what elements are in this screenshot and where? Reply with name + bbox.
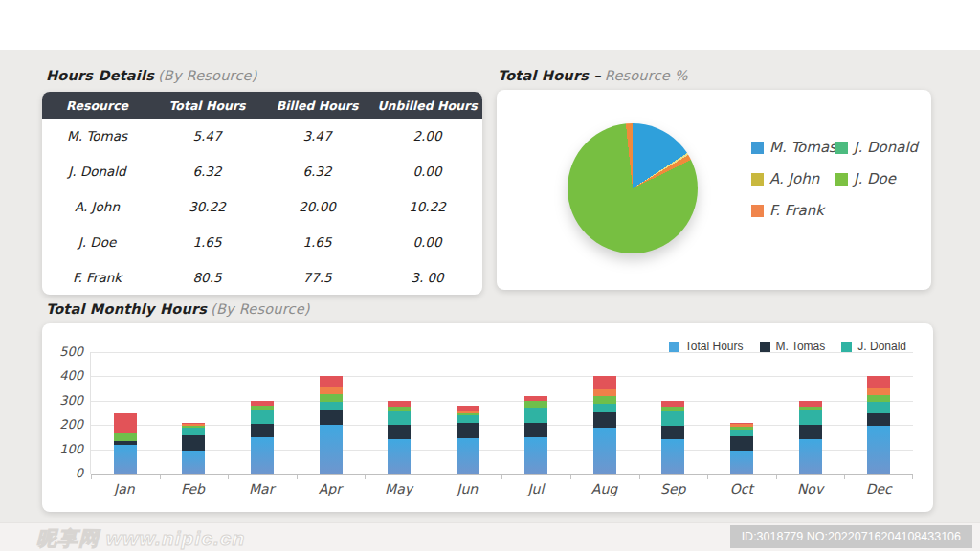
y-axis-label: 200 bbox=[47, 417, 83, 431]
column-header: Unbilled Hours bbox=[372, 92, 482, 119]
bar-segment bbox=[388, 425, 411, 438]
pie-legend-item[interactable]: J. Donald bbox=[835, 138, 941, 157]
top-white-band bbox=[0, 0, 980, 50]
pie-legend-item[interactable]: J. Doe bbox=[835, 169, 941, 188]
pie-chart[interactable] bbox=[568, 123, 698, 253]
pie-legend-item[interactable]: M. Tomas bbox=[751, 138, 835, 157]
table-row[interactable]: F. Frank80.577.53. 00 bbox=[42, 259, 482, 295]
stacked-bar[interactable] bbox=[799, 401, 822, 474]
stacked-bar[interactable] bbox=[661, 401, 684, 474]
bar-segment bbox=[114, 433, 137, 441]
bar-legend-item[interactable]: Total Hours bbox=[669, 340, 744, 353]
bar-chart-legend: Total HoursM. TomasJ. Donald bbox=[669, 340, 906, 353]
x-axis-label: Feb bbox=[159, 481, 228, 496]
x-axis-label: Jun bbox=[433, 481, 501, 496]
pie-legend: M. TomasJ. DonaldA. JohnJ. DoeF. Frank bbox=[751, 138, 941, 220]
bar-segment bbox=[867, 426, 890, 474]
pie-title-text: Total Hours – bbox=[498, 68, 601, 83]
pie-legend-label: A. John bbox=[769, 170, 819, 187]
bar-segment bbox=[320, 387, 343, 395]
stacked-bar[interactable] bbox=[182, 423, 205, 474]
table-cell: 10.22 bbox=[372, 189, 482, 225]
table-cell: 3.47 bbox=[262, 119, 372, 154]
bar-segment bbox=[182, 428, 205, 435]
x-axis-label: Sep bbox=[638, 481, 707, 496]
stacked-bar[interactable] bbox=[524, 396, 547, 474]
pie-legend-item[interactable]: A. John bbox=[751, 169, 835, 188]
legend-swatch-icon bbox=[751, 173, 764, 186]
y-axis-label: 500 bbox=[47, 344, 83, 359]
table-cell: 6.32 bbox=[152, 154, 262, 189]
bar-column bbox=[570, 352, 639, 474]
stacked-bar[interactable] bbox=[457, 406, 479, 474]
bar-column bbox=[434, 352, 502, 474]
stacked-bar[interactable] bbox=[730, 423, 753, 474]
bar-legend-item[interactable]: M. Tomas bbox=[760, 340, 826, 353]
bar-segment bbox=[457, 423, 479, 438]
bar-legend-item[interactable]: J. Donald bbox=[841, 340, 906, 353]
stacked-bar[interactable] bbox=[388, 401, 411, 474]
table-row[interactable]: J. Donald6.326.320.00 bbox=[42, 154, 482, 189]
legend-swatch-icon bbox=[751, 142, 764, 154]
bar-segment bbox=[251, 410, 274, 424]
table-cell: 2.00 bbox=[372, 119, 482, 154]
x-axis-label: Oct bbox=[707, 481, 776, 496]
monthly-subtitle: (By Resource) bbox=[211, 301, 310, 317]
bar-chart-cells bbox=[91, 352, 913, 474]
table-cell: 30.22 bbox=[152, 189, 262, 225]
table-cell: F. Frank bbox=[42, 259, 152, 295]
x-axis-label: Dec bbox=[844, 481, 913, 496]
bar-segment bbox=[867, 388, 890, 395]
stacked-bar[interactable] bbox=[320, 376, 343, 474]
pie-legend-label: F. Frank bbox=[769, 202, 824, 219]
pie-legend-label: J. Donald bbox=[854, 139, 918, 156]
monthly-title-text: Total Monthly Hours bbox=[46, 301, 207, 317]
stacked-bar[interactable] bbox=[593, 376, 616, 474]
table-row[interactable]: A. John30.2220.0010.22 bbox=[42, 189, 482, 225]
bar-segment bbox=[730, 451, 753, 474]
table-row[interactable]: J. Doe1.651.650.00 bbox=[42, 224, 482, 259]
dashboard-page: Hours Details(By Resource) ResourceTotal… bbox=[0, 0, 980, 551]
pie-legend-item[interactable]: F. Frank bbox=[751, 201, 835, 220]
stacked-bar[interactable] bbox=[114, 413, 137, 474]
table-cell: 20.00 bbox=[262, 189, 372, 225]
y-axis-label: 400 bbox=[47, 368, 83, 383]
pie-title: Total Hours –Resource % bbox=[498, 68, 688, 83]
pie-legend-label: M. Tomas bbox=[769, 139, 836, 156]
bar-segment bbox=[320, 376, 343, 386]
bar-segment bbox=[524, 437, 547, 474]
table-cell: A. John bbox=[42, 189, 152, 225]
monthly-title: Total Monthly Hours(By Resource) bbox=[46, 301, 310, 317]
hours-table-card: ResourceTotal HoursBilled HoursUnbilled … bbox=[42, 92, 482, 295]
bar-segment bbox=[320, 394, 343, 402]
bar-column bbox=[91, 352, 160, 474]
bar-segment bbox=[320, 402, 343, 410]
bar-chart-card: Total HoursM. TomasJ. Donald 01002003004… bbox=[42, 323, 933, 512]
y-axis-label: 100 bbox=[47, 442, 83, 456]
stacked-bar[interactable] bbox=[867, 376, 890, 474]
legend-swatch-icon bbox=[751, 205, 764, 217]
table-row[interactable]: M. Tomas5.473.472.00 bbox=[42, 119, 482, 154]
hours-table: ResourceTotal HoursBilled HoursUnbilled … bbox=[42, 92, 482, 295]
bar-column bbox=[160, 352, 229, 474]
hours-table-header: ResourceTotal HoursBilled HoursUnbilled … bbox=[42, 92, 482, 119]
bar-segment bbox=[593, 428, 616, 474]
bar-segment bbox=[388, 439, 411, 474]
x-axis-label: Jan bbox=[90, 481, 159, 496]
bar-column bbox=[844, 352, 913, 474]
bar-segment bbox=[661, 426, 684, 439]
bar-segment bbox=[251, 437, 274, 474]
bar-segment bbox=[524, 408, 547, 423]
stacked-bar[interactable] bbox=[251, 401, 274, 474]
hours-table-body: M. Tomas5.473.472.00J. Donald6.326.320.0… bbox=[42, 119, 482, 295]
gridline bbox=[91, 425, 913, 426]
table-cell: 6.32 bbox=[262, 154, 372, 189]
bar-segment bbox=[730, 436, 753, 450]
bar-chart-plot: 0100200300400500 bbox=[90, 352, 913, 474]
bar-segment bbox=[867, 376, 890, 387]
table-cell: 80.5 bbox=[152, 259, 262, 295]
table-cell: 0.00 bbox=[372, 224, 482, 259]
bar-segment bbox=[867, 413, 890, 426]
x-axis-label: Aug bbox=[570, 481, 639, 496]
bar-segment bbox=[388, 411, 411, 425]
